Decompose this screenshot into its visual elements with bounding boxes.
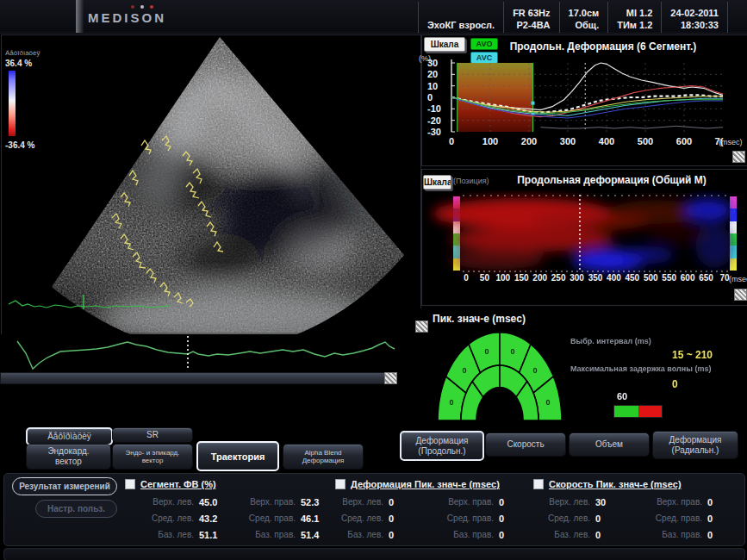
measure-value: 0 (707, 513, 744, 524)
mode-button-left-1[interactable]: SR (112, 427, 193, 443)
measure-label: Сред. лев. (335, 513, 389, 523)
mi-tim: MI 1.2ТИм 1.2 (607, 2, 661, 33)
chart-xtick: 400 (599, 136, 614, 146)
mmode-xtick: 550 (662, 273, 676, 283)
mmode-xtick: 100 (496, 273, 511, 283)
mmode-xtick: 450 (626, 273, 640, 283)
mmode-strain-panel: Шкала (Позиция) Продольная деформация (О… (421, 169, 747, 306)
frame-rate-probe: FR 63HzP2-4BA (503, 2, 558, 33)
chart-ytick: 0 (427, 92, 446, 103)
measure-value: 0 (707, 530, 744, 540)
scrollbar-resize-icon[interactable] (384, 372, 397, 384)
measure-label: Верх. лев. (125, 497, 199, 507)
depth-mode: 17.0смОбщ. (559, 2, 608, 33)
mmode-xtick: 500 (644, 273, 658, 283)
measure-value: 0 (595, 513, 632, 524)
max-delay-label: Максимальная задержка волны (ms) (570, 364, 711, 373)
chart-xtick: 100 (482, 136, 498, 146)
chart-resize-icon[interactable] (732, 151, 745, 163)
chart-ytick: 30 (427, 58, 446, 68)
measure-value: 0 (595, 530, 632, 540)
measure-label: Сред. прав. (632, 513, 707, 523)
bullseye-segment-value: 0 (546, 398, 551, 407)
measurement-section: Скорость Пик. знач-е (msec)Верх. лев.30В… (533, 476, 744, 543)
measure-value: 0 (707, 497, 744, 507)
measure-label: Верх. прав. (632, 497, 707, 507)
measure-label: Сред. лев. (533, 513, 595, 523)
measure-value: 0 (499, 530, 535, 540)
measurement-results-panel: Результат измерений Настр. польз. Сегмен… (3, 473, 745, 546)
section-checkbox[interactable] (125, 479, 135, 489)
measure-label: Сред. лев. (125, 513, 199, 523)
chart-xtick: 0 (449, 136, 454, 146)
mmode-xtick: 600 (681, 273, 695, 283)
mmode-scale-button[interactable]: Шкала (423, 175, 451, 190)
cine-scrollbar[interactable] (0, 372, 397, 384)
mode-button-left-3[interactable]: Эндо- и эпикард.вектор (112, 444, 193, 470)
mode-button-left-5[interactable]: Alpha BlendДеформация (283, 444, 364, 470)
section-title: Деформация Пик. знач-е (msec) (351, 479, 500, 489)
ultrasound-sector-image (2, 35, 419, 333)
ecg-strip (0, 334, 420, 372)
section-checkbox[interactable] (533, 479, 544, 489)
mmode-x-unit: (msec) (729, 275, 747, 283)
mmode-heatmap (463, 195, 728, 272)
measure-label: Верх. лев. (533, 497, 595, 507)
measure-label: Баз. прав. (425, 530, 499, 539)
mode-button-left-4[interactable]: Траектория (196, 441, 279, 471)
bullseye-segment-value: 0 (511, 347, 515, 356)
mmode-xtick: 150 (514, 273, 529, 283)
chart-ytick: 10 (427, 81, 446, 91)
bullseye-segment-value: 0 (533, 366, 538, 375)
measure-value: 0 (499, 513, 535, 524)
strain-colorbar (9, 71, 16, 136)
mmode-xtick: 400 (607, 273, 621, 283)
bullseye-segment-value: 0 (462, 366, 466, 375)
bullseye-diagram: 000000 (420, 319, 584, 426)
exam-preset: ЭхоКГ взросл. (418, 2, 503, 33)
interval-value: 15 ~ 210 (672, 349, 713, 361)
mmode-xtick: 650 (699, 273, 713, 283)
date-time: 24-02-201118:30:33 (661, 2, 728, 33)
mmode-xtick: 70 (719, 273, 729, 283)
mmode-xtick: 0 (464, 273, 469, 283)
chart-xtick: 500 (638, 136, 653, 146)
logo-divider (76, 0, 84, 33)
measure-value: 0 (389, 513, 425, 524)
mode-button-right-2[interactable]: Объем (569, 432, 650, 457)
measurement-result-button[interactable]: Результат измерений (12, 477, 117, 495)
measurement-section: Деформация Пик. знач-е (msec)Верх. лев.0… (335, 476, 535, 543)
measure-value: 30 (595, 497, 632, 507)
measure-label: Баз. лев. (125, 530, 199, 539)
chart-scale-button[interactable]: Шкала (424, 37, 465, 52)
mode-button-left-0[interactable]: Äåôîðìàöèÿ (26, 427, 113, 445)
chart-xtick: 200 (521, 136, 537, 146)
mmode-resize-icon[interactable] (734, 289, 747, 301)
strain-scale-min: -36.4 % (5, 140, 34, 150)
measure-value: 43.2 (199, 513, 239, 524)
ultrasound-image-panel: Äåôîðìàöèÿ 36.4 % -36.4 % (1, 34, 421, 335)
measure-label: Баз. лев. (335, 530, 389, 539)
chart-ytick: -30 (427, 127, 446, 137)
peak-values-panel: Пик. знач-е (msec) 000000 Выбр. интервал… (414, 308, 747, 425)
ultrasound-system-screen: MEDISON ЭхоКГ взросл. FR 63HzP2-4BA 17.0… (0, 0, 747, 560)
strain-scale-max: 36.4 % (5, 59, 32, 68)
section-checkbox[interactable] (335, 479, 345, 489)
measure-label: Верх. прав. (239, 497, 301, 507)
measure-label: Верх. прав. (425, 497, 499, 507)
measure-label: Сред. прав. (425, 513, 499, 523)
mmode-xtick: 250 (551, 273, 566, 283)
strain-chart-plot (448, 58, 741, 137)
mode-button-right-0[interactable]: Деформация(Продольн.) (400, 431, 484, 461)
mmode-xtick: 50 (480, 273, 489, 283)
user-settings-button[interactable]: Настр. польз. (35, 500, 117, 518)
strain-chart-title: Продольн. Деформация (6 Сегмент.) (474, 40, 732, 53)
mode-button-right-3[interactable]: Деформация(Радиальн.) (652, 431, 738, 459)
mode-button-right-1[interactable]: Скорость (485, 432, 566, 457)
delay-color-bar (613, 405, 663, 418)
measure-label: Сред. прав. (239, 513, 301, 523)
bullseye-segment-value: 0 (484, 347, 489, 356)
max-delay-value: 0 (672, 378, 678, 390)
mode-button-left-2[interactable]: Эндокард.вектор (26, 444, 111, 470)
top-status-bar: MEDISON ЭхоКГ взросл. FR 63HzP2-4BA 17.0… (0, 0, 747, 34)
